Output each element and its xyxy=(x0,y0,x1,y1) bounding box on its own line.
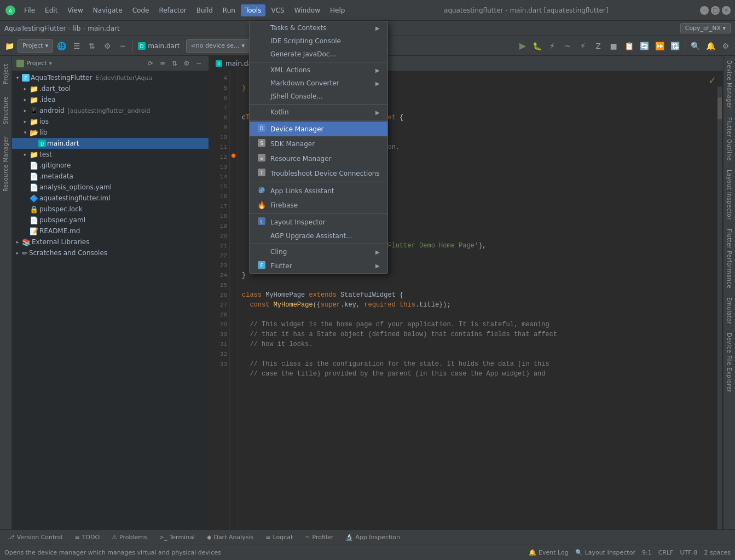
emulator-panel-label[interactable]: Emulator xyxy=(725,293,733,328)
tree-item-pubspec-yaml[interactable]: 📄 pubspec.yaml xyxy=(12,215,209,226)
menu-item-markdown[interactable]: Markdown Converter ▶ xyxy=(250,77,387,90)
breadcrumb-file[interactable]: main.dart xyxy=(88,25,119,32)
menu-item-troubleshoot[interactable]: T Troubleshoot Device Connections xyxy=(250,166,387,181)
panel-hide-btn[interactable]: ─ xyxy=(193,58,204,69)
menu-item-resource-manager[interactable]: ≡ Resource Manager xyxy=(250,151,387,166)
tree-item-gitignore[interactable]: 📄 .gitignore xyxy=(12,160,209,171)
tree-item-metadata[interactable]: 📄 .metadata xyxy=(12,171,209,182)
coverage-button[interactable]: ⚡ xyxy=(545,39,559,53)
breadcrumb-lib[interactable]: lib xyxy=(73,25,80,32)
tree-item-main-dart[interactable]: D main.dart xyxy=(12,138,209,149)
tree-item-test[interactable]: ▸ 📁 test xyxy=(12,149,209,160)
layout-inspector-status[interactable]: 🔍 Layout Inspector xyxy=(575,549,635,556)
settings-icon[interactable]: ⚙ xyxy=(100,39,114,53)
close-button[interactable]: ✕ xyxy=(722,6,731,15)
device-selector[interactable]: <no device se... ▾ xyxy=(186,39,250,53)
debug-button[interactable]: 🐛 xyxy=(530,39,544,53)
tab-app-inspection[interactable]: 🔬 App Inspection xyxy=(340,532,406,542)
toolbar-btn2[interactable]: ☰ xyxy=(70,39,84,53)
project-panel-label[interactable]: Project xyxy=(2,59,10,89)
tab-version-control[interactable]: ⎇ Version Control xyxy=(2,532,68,542)
panel-collapse-btn[interactable]: ≡ xyxy=(157,58,168,69)
tree-item-lib[interactable]: ▾ 📂 lib xyxy=(12,127,209,138)
menu-window[interactable]: Window xyxy=(290,4,325,16)
menu-item-kotlin[interactable]: Kotlin ▶ xyxy=(250,106,387,119)
tree-item-idea[interactable]: ▸ 📁 .idea xyxy=(12,94,209,105)
tab-todo[interactable]: ≡ TODO xyxy=(69,532,105,542)
tree-item-iml[interactable]: 🔷 aquatestingflutter.iml xyxy=(12,193,209,204)
toolbar-btn6[interactable]: ⚡ xyxy=(576,39,590,53)
device-manager-panel-label[interactable]: Device Manager xyxy=(725,56,733,113)
search-button[interactable]: 🔍 xyxy=(688,39,702,53)
menu-item-sdk-manager[interactable]: S SDK Manager xyxy=(250,136,387,151)
tree-item-dart-tool[interactable]: ▸ 📁 .dart_tool xyxy=(12,83,209,94)
run-button[interactable]: ▶ xyxy=(517,40,529,52)
profile-button[interactable]: ~ xyxy=(560,39,575,53)
tree-item-scratches[interactable]: ▸ ✏ Scratches and Consoles xyxy=(12,247,209,258)
menu-view[interactable]: View xyxy=(63,4,87,16)
tree-item-analysis[interactable]: 📄 analysis_options.yaml xyxy=(12,182,209,193)
menu-item-xml-actions[interactable]: XML Actions ▶ xyxy=(250,63,387,77)
menu-code[interactable]: Code xyxy=(128,4,154,16)
layout-inspector-panel-label[interactable]: Layout Inspector xyxy=(725,165,733,224)
toolbar-btn7[interactable]: Z xyxy=(591,39,605,53)
menu-refactor[interactable]: Refactor xyxy=(154,4,190,16)
stop-button[interactable]: ■ xyxy=(606,39,621,53)
indent-status[interactable]: 2 spaces xyxy=(704,549,731,556)
project-icon[interactable]: 📁 xyxy=(2,39,16,53)
line-sep-status[interactable]: CRLF xyxy=(658,549,674,556)
menu-item-device-manager[interactable]: D Device Manager xyxy=(250,122,387,136)
tab-profiler[interactable]: ~ Profiler xyxy=(299,532,339,542)
toolbar-btn3[interactable]: ⇅ xyxy=(85,39,99,53)
toolbar-btn10[interactable]: ⏩ xyxy=(652,39,667,53)
menu-item-jshell[interactable]: JShell Console... xyxy=(250,90,387,103)
structure-panel-label[interactable]: Structure xyxy=(2,92,10,129)
maximize-button[interactable]: □ xyxy=(711,6,720,15)
menu-item-generate-javadoc[interactable]: Generate JavaDoc... xyxy=(250,48,387,61)
encoding-status[interactable]: UTF-8 xyxy=(680,549,697,556)
tab-logcat[interactable]: ≡ Logcat xyxy=(260,532,298,542)
cursor-position-status[interactable]: 9:1 xyxy=(642,549,652,556)
menu-tools[interactable]: Tools xyxy=(241,4,266,16)
toolbar-btn8[interactable]: 📋 xyxy=(622,39,636,53)
menu-vcs[interactable]: VCS xyxy=(267,4,288,16)
menu-edit[interactable]: Edit xyxy=(40,4,62,16)
tab-dart-analysis[interactable]: ◆ Dart Analysis xyxy=(201,532,259,542)
event-log-status[interactable]: 🔔 Event Log xyxy=(529,549,569,556)
tree-item-readme[interactable]: 📝 README.md xyxy=(12,226,209,236)
toolbar-btn5[interactable]: ─ xyxy=(115,39,130,53)
menu-help[interactable]: Help xyxy=(326,4,349,16)
menu-item-firebase[interactable]: 🔥 Firebase xyxy=(250,198,387,212)
tree-item-ios[interactable]: ▸ 📁 ios xyxy=(12,116,209,127)
copy-config-selector[interactable]: Copy_of_NX ▾ xyxy=(680,23,731,33)
project-dropdown-arrow[interactable]: ▾ xyxy=(49,60,52,66)
project-selector[interactable]: Project ▾ xyxy=(18,39,53,53)
menu-item-ide-scripting[interactable]: IDE Scripting Console xyxy=(250,34,387,48)
tree-item-android[interactable]: ▸ 📱 android [aquatestingflutter_android xyxy=(12,105,209,116)
flutter-performance-panel-label[interactable]: Flutter Performance xyxy=(725,224,733,293)
editor-tab-in-toolbar[interactable]: main.dart xyxy=(148,42,180,50)
menu-file[interactable]: File xyxy=(20,4,39,16)
breadcrumb-project[interactable]: AquaTestingFlutter xyxy=(4,25,66,32)
tree-item-root[interactable]: ▾ F AquaTestingFlutter E:\dev\flutter\Aq… xyxy=(12,72,209,83)
toolbar-btn1[interactable]: 🌐 xyxy=(54,39,68,53)
scroll-indicator[interactable] xyxy=(717,86,722,529)
resource-manager-label[interactable]: Resource Manager xyxy=(2,132,10,196)
device-file-explorer-panel-label[interactable]: Device File Explorer xyxy=(725,328,733,397)
minimize-button[interactable]: ─ xyxy=(700,6,709,15)
tree-item-external-libs[interactable]: ▸ 📚 External Libraries xyxy=(12,236,209,247)
menu-item-flutter[interactable]: F Flutter ▶ xyxy=(250,258,387,273)
panel-settings-btn[interactable]: ⚙ xyxy=(181,58,192,69)
menu-navigate[interactable]: Navigate xyxy=(89,4,127,16)
tab-terminal[interactable]: >_ Terminal xyxy=(154,532,200,542)
menu-run[interactable]: Run xyxy=(218,4,240,16)
panel-sort-btn[interactable]: ⇅ xyxy=(169,58,180,69)
toolbar-btn11[interactable]: 🔃 xyxy=(668,39,682,53)
menu-item-cling[interactable]: Cling ▶ xyxy=(250,245,387,258)
scroll-thumb[interactable] xyxy=(717,97,722,119)
menu-build[interactable]: Build xyxy=(192,4,217,16)
toolbar-btn9[interactable]: 🔄 xyxy=(637,39,651,53)
panel-expand-btn[interactable]: ⟳ xyxy=(145,58,156,69)
flutter-outline-panel-label[interactable]: Flutter Outline xyxy=(725,113,733,165)
menu-item-tasks[interactable]: Tasks & Contexts ▶ xyxy=(250,21,387,34)
